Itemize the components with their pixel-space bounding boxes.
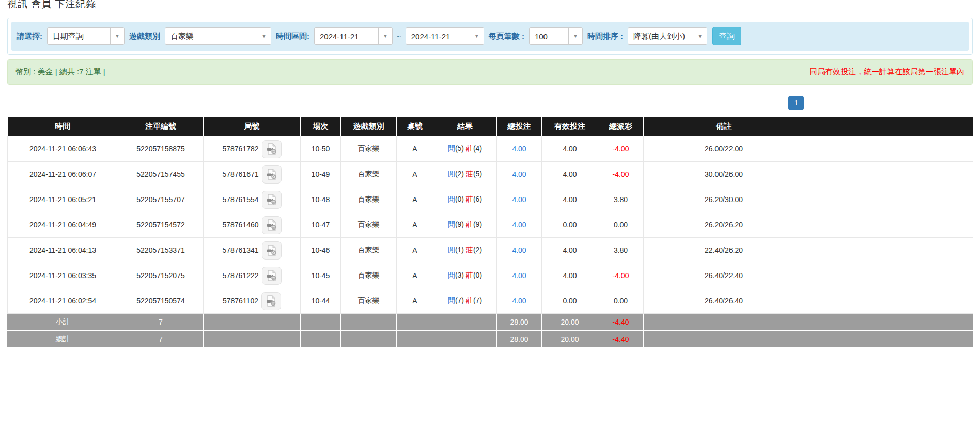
table-body: 2024-11-21 06:06:43522057158875578761782…: [8, 136, 973, 314]
round-id-value: 578761222: [222, 271, 258, 280]
video-replay-button[interactable]: [262, 165, 282, 184]
total-bet-link[interactable]: 4.00: [512, 170, 526, 178]
totals-label: 總計: [8, 331, 118, 348]
chevron-down-icon[interactable]: ▼: [257, 28, 271, 44]
search-button[interactable]: 查詢: [712, 27, 741, 45]
cell-round-id: 578761554: [204, 187, 301, 212]
totals-empty-cell: [341, 331, 397, 348]
column-header-round-id: 局號: [204, 117, 301, 136]
cell-total-bet: 4.00: [497, 187, 542, 212]
total-bet-link[interactable]: 4.00: [512, 297, 526, 305]
video-file-icon: [266, 143, 278, 155]
result-side-label: 莊: [466, 296, 473, 304]
cell-bet-id: 522057152075: [118, 263, 204, 288]
cell-payout: -4.00: [598, 263, 644, 288]
cell-remark: 26.40/26.40: [644, 288, 804, 314]
cell-table-no: A: [397, 187, 433, 212]
sort-order-value: 降冪(由大到小): [628, 28, 693, 44]
totals-empty-cell: [341, 314, 397, 331]
same-round-notice-text: 同局有效投注，統一計算在該局第一張注單內: [810, 67, 965, 77]
cell-remark: 26.20/26.20: [644, 212, 804, 238]
page-button-1[interactable]: 1: [788, 96, 804, 110]
result-side-label: 莊: [466, 195, 473, 203]
cell-table-no: A: [397, 238, 433, 263]
totals-payout: -4.40: [598, 314, 644, 331]
cell-valid-bet: 0.00: [542, 212, 598, 238]
sort-order-select[interactable]: 降冪(由大到小) ▼: [628, 27, 707, 45]
page-title: 視訊 會員 下注紀錄: [7, 0, 973, 11]
filter-bar: 請選擇: 日期查詢 ▼ 遊戲類別 百家樂 ▼ 時間區間: 2024-11-21 …: [11, 22, 969, 51]
cell-extra: [804, 212, 973, 238]
cell-extra: [804, 162, 973, 187]
totals-empty-cell: [204, 314, 301, 331]
total-bet-link[interactable]: 4.00: [512, 145, 526, 153]
chevron-down-icon[interactable]: ▼: [378, 28, 392, 44]
cell-remark: 26.20/30.00: [644, 187, 804, 212]
cell-payout: 0.00: [598, 288, 644, 314]
column-header-bet-id: 注單編號: [118, 117, 204, 136]
result-side-label: 閒: [448, 296, 455, 304]
chevron-down-icon[interactable]: ▼: [568, 28, 582, 44]
cell-total-bet: 4.00: [497, 238, 542, 263]
chevron-down-icon[interactable]: ▼: [110, 28, 124, 44]
cell-extra: [804, 288, 973, 314]
column-header-table-no: 桌號: [397, 117, 433, 136]
total-bet-link[interactable]: 4.00: [512, 246, 526, 254]
total-bet-link[interactable]: 4.00: [512, 271, 526, 280]
column-header-payout: 總派彩: [598, 117, 644, 136]
video-replay-button[interactable]: [262, 216, 282, 234]
total-bet-link[interactable]: 4.00: [512, 195, 526, 204]
subtotal-row: 小計728.0020.00-4.40: [8, 314, 973, 331]
column-header-extra: [804, 117, 973, 136]
result-side-label: 閒: [448, 246, 455, 254]
cell-round-id: 578761671: [204, 162, 301, 187]
cell-extra: [804, 136, 973, 162]
cell-total-bet: 4.00: [497, 288, 542, 314]
cell-total-bet: 4.00: [497, 263, 542, 288]
totals-empty-cell: [804, 314, 973, 331]
cell-table-no: A: [397, 212, 433, 238]
video-replay-button[interactable]: [261, 292, 281, 310]
page-size-select[interactable]: 100 ▼: [529, 27, 583, 45]
date-from-value: 2024-11-21: [315, 28, 378, 44]
total-bet-link[interactable]: 4.00: [512, 221, 526, 229]
video-replay-button[interactable]: [262, 140, 282, 158]
cell-round-id: 578761782: [204, 136, 301, 162]
chevron-down-icon[interactable]: ▼: [470, 28, 484, 44]
cell-bet-id: 522057158875: [118, 136, 204, 162]
chevron-down-icon[interactable]: ▼: [693, 28, 707, 44]
date-to-select[interactable]: 2024-11-21 ▼: [406, 27, 484, 45]
cell-valid-bet: 4.00: [542, 187, 598, 212]
video-file-icon: [266, 193, 278, 206]
column-header-game-type: 遊戲類別: [341, 117, 397, 136]
date-from-select[interactable]: 2024-11-21 ▼: [314, 27, 393, 45]
cell-total-bet: 4.00: [497, 136, 542, 162]
table-row: 2024-11-21 06:04:49522057154572578761460…: [8, 212, 973, 238]
totals-empty-cell: [804, 331, 973, 348]
totals-label: 小計: [8, 314, 118, 331]
round-id-value: 578761460: [222, 221, 258, 229]
cell-total-bet: 4.00: [497, 162, 542, 187]
cell-result: 閒(7) 莊(7): [433, 288, 497, 314]
game-type-select[interactable]: 百家樂 ▼: [165, 27, 271, 45]
cell-extra: [804, 263, 973, 288]
result-points: (7): [473, 296, 482, 304]
cell-time: 2024-11-21 06:06:07: [8, 162, 118, 187]
query-type-label: 請選擇:: [15, 32, 43, 41]
cell-session: 10-49: [301, 162, 341, 187]
cell-round-id: 578761102: [204, 288, 301, 314]
header-row: 時間注單編號局號場次遊戲類別桌號結果總投注有效投注總派彩備註: [8, 117, 973, 136]
cell-game-type: 百家樂: [341, 263, 397, 288]
result-points: (4): [473, 144, 482, 152]
video-replay-button[interactable]: [262, 267, 282, 285]
cell-result: 閒(1) 莊(2): [433, 238, 497, 263]
cell-game-type: 百家樂: [341, 238, 397, 263]
video-replay-button[interactable]: [262, 241, 282, 260]
video-replay-button[interactable]: [262, 191, 282, 209]
totals-empty-cell: [397, 331, 433, 348]
round-id-value: 578761102: [223, 297, 258, 305]
query-type-select[interactable]: 日期查詢 ▼: [47, 27, 125, 45]
cell-time: 2024-11-21 06:02:54: [8, 288, 118, 314]
cell-game-type: 百家樂: [341, 136, 397, 162]
table-header: 時間注單編號局號場次遊戲類別桌號結果總投注有效投注總派彩備註: [8, 117, 973, 136]
